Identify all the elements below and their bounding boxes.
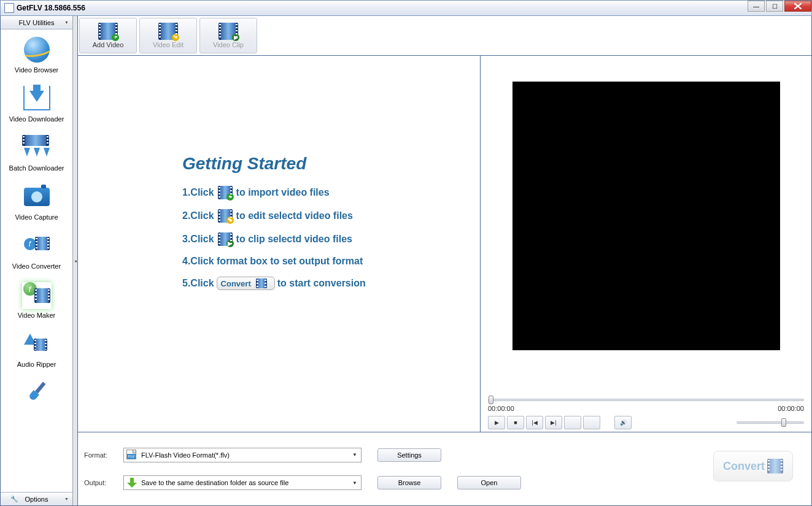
output-combo[interactable]: Save to the same destination folder as s…	[123, 475, 362, 490]
convert-button-label: Convert	[723, 460, 765, 473]
brush-icon	[22, 380, 52, 407]
sidebar-item-video-downloader[interactable]: Video Downloader	[1, 79, 72, 128]
video-edit-icon: ✎	[158, 23, 178, 40]
window-title: GetFLV 18.5866.556	[17, 4, 810, 12]
volume-slider[interactable]	[737, 421, 804, 424]
sidebar-item-label: Video Capture	[15, 213, 58, 221]
convert-button[interactable]: Convert	[713, 451, 793, 481]
sidebar-top-dropdown[interactable]: FLV Utilities	[1, 16, 72, 29]
sidebar-item-label: Video Browser	[15, 66, 58, 74]
stop-button[interactable]: ■	[507, 416, 524, 429]
sidebar-item-label: Video Downloader	[9, 115, 64, 123]
maximize-button[interactable]: ☐	[766, 1, 783, 12]
format-combo[interactable]: FLV-Flash Video Format(*.flv)	[123, 448, 362, 462]
sidebar-item-label: Batch Downloader	[9, 164, 64, 172]
video-clip-button[interactable]: ▶ Video Clip	[199, 18, 257, 53]
titlebar: GetFLV 18.5866.556 — ☐	[0, 0, 812, 16]
browse-button[interactable]: Browse	[377, 476, 441, 489]
play-button[interactable]: ▶	[488, 416, 505, 429]
format-value: FLV-Flash Video Format(*.flv)	[141, 451, 358, 459]
disabled-button-2	[583, 416, 600, 429]
step-2: 2.Click ✎ to edit selectd video files	[182, 209, 464, 223]
output-label: Output:	[84, 479, 116, 486]
tool-label: Add Video	[93, 41, 124, 48]
download-icon	[22, 86, 52, 113]
converter-icon: f	[22, 233, 52, 260]
maker-icon: f	[22, 282, 52, 309]
time-current: 00:00:00	[488, 405, 514, 412]
sidebar-bottom-dropdown[interactable]: Options	[1, 492, 72, 505]
output-value: Save to the same destination folder as s…	[141, 479, 358, 486]
toolbar: + Add Video ✎ Video Edit ▶ Video Clip	[78, 16, 811, 56]
sidebar: FLV Utilities Video Browser Video Downlo…	[1, 16, 73, 505]
getting-started-heading: Getting Started	[182, 154, 464, 174]
globe-icon	[22, 37, 52, 64]
minimize-button[interactable]: —	[748, 1, 765, 12]
tool-label: Video Clip	[213, 41, 244, 48]
volume-thumb[interactable]	[781, 418, 786, 427]
app-icon	[4, 3, 14, 13]
sidebar-collapse-handle[interactable]	[73, 16, 78, 505]
sidebar-item-label: Audio Ripper	[17, 361, 56, 368]
step-1: 1.Click + to import video files	[182, 186, 464, 199]
sidebar-item-batch-downloader[interactable]: Batch Downloader	[1, 128, 72, 177]
add-video-icon: +	[98, 23, 118, 40]
instructions-panel: Getting Started 1.Click + to import vide…	[78, 56, 480, 432]
tool-label: Video Edit	[153, 41, 184, 48]
step-3: 3.Click ▶ to clip selectd video files	[182, 232, 464, 246]
sidebar-item-video-capture[interactable]: Video Capture	[1, 177, 72, 226]
edit-icon: ✎	[218, 209, 233, 223]
progress-slider[interactable]	[488, 399, 804, 401]
sidebar-bottom-dropdown-label: Options	[25, 496, 48, 503]
format-label: Format:	[84, 451, 116, 459]
add-video-button[interactable]: + Add Video	[79, 18, 137, 53]
sidebar-item-label: Video Maker	[18, 312, 56, 319]
camera-icon	[22, 184, 52, 211]
step-4: 4.Click format box to set output format	[182, 256, 464, 267]
mute-button[interactable]: 🔊	[614, 416, 632, 429]
step-5: 5.Click Convert to start conversion	[182, 277, 464, 290]
convert-pill-icon: Convert	[217, 277, 275, 290]
flv-file-icon	[126, 450, 137, 461]
settings-button[interactable]: Settings	[377, 448, 441, 462]
prev-button[interactable]: |◀	[526, 416, 543, 429]
time-total: 00:00:00	[778, 405, 804, 412]
sidebar-item-label: Video Converter	[12, 263, 61, 270]
disabled-button-1	[564, 416, 581, 429]
batch-download-icon	[22, 135, 52, 162]
sidebar-item-audio-ripper[interactable]: Audio Ripper	[1, 324, 72, 373]
download-folder-icon	[126, 477, 137, 488]
video-preview	[512, 82, 780, 350]
video-edit-button[interactable]: ✎ Video Edit	[139, 18, 197, 53]
convert-button-icon	[767, 459, 783, 473]
sidebar-item-video-maker[interactable]: f Video Maker	[1, 275, 72, 324]
sidebar-item-video-browser[interactable]: Video Browser	[1, 29, 72, 79]
bottom-bar: Format: FLV-Flash Video Format(*.flv) Se…	[78, 432, 811, 505]
sidebar-item-extra[interactable]	[1, 373, 72, 415]
sidebar-item-video-converter[interactable]: f Video Converter	[1, 226, 72, 275]
preview-panel: 00:00:00 00:00:00 ▶ ■ |◀ ▶| 🔊	[480, 56, 811, 432]
close-button[interactable]	[784, 1, 811, 12]
sidebar-top-dropdown-label: FLV Utilities	[19, 19, 55, 26]
open-button[interactable]: Open	[457, 476, 521, 489]
progress-thumb[interactable]	[489, 396, 493, 404]
clip-icon: ▶	[218, 232, 233, 246]
next-button[interactable]: ▶|	[545, 416, 562, 429]
video-clip-icon: ▶	[218, 23, 238, 40]
audio-icon	[22, 331, 52, 358]
import-icon: +	[218, 186, 233, 199]
window-controls: — ☐	[748, 1, 811, 12]
